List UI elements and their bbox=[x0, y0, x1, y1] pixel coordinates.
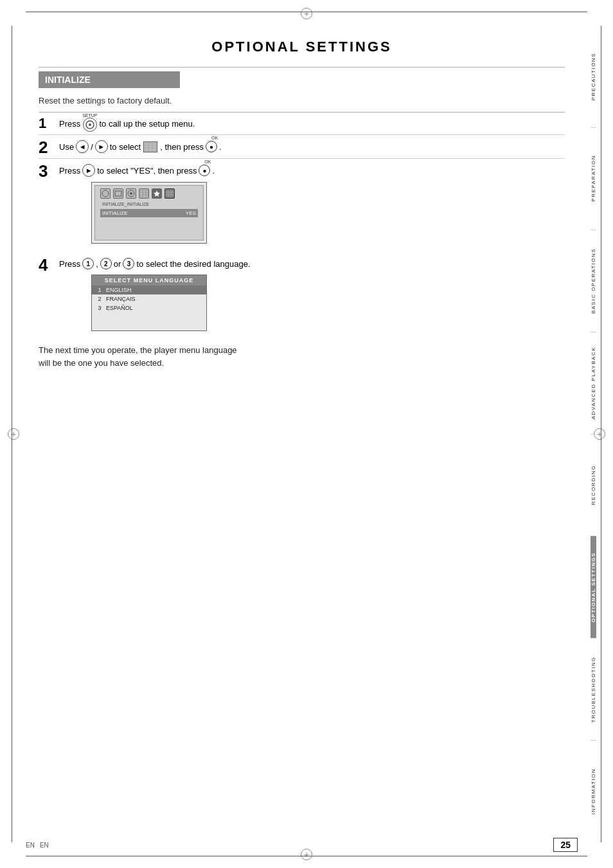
screen-initialize-label: INITIALIZE bbox=[102, 210, 128, 216]
num-button-3: 3 bbox=[123, 258, 134, 269]
step-1-press-label: Press bbox=[59, 119, 83, 129]
lang-menu-empty bbox=[92, 312, 206, 330]
step-4-content: Press 1 , 2 or 3 to select the desired l… bbox=[59, 257, 565, 336]
menu-icon bbox=[143, 141, 157, 152]
svg-point-1 bbox=[89, 123, 91, 126]
screen-icons-row bbox=[100, 188, 198, 199]
step-4-text: Press 1 , 2 or 3 to select the desired l… bbox=[59, 258, 565, 269]
svg-rect-8 bbox=[115, 191, 121, 196]
screen-empty-space bbox=[100, 218, 198, 237]
step-2-content: Use ◄ / ► to select , then press bbox=[59, 139, 565, 153]
lang-item-3: 3 ESPAÑOL bbox=[92, 303, 206, 312]
step-4-or: or bbox=[114, 259, 121, 269]
setup-button-icon: SETUP bbox=[83, 118, 97, 132]
lang-num-1: 1 bbox=[96, 287, 103, 293]
ok-circle-step2: ● bbox=[206, 141, 217, 152]
screen-icon-1 bbox=[100, 188, 111, 199]
right-sidebar: PRECAUTIONS PREPARATION BASIC OPERATIONS… bbox=[586, 26, 600, 842]
footer-language: EN EN bbox=[26, 842, 49, 849]
main-content: OPTIONAL SETTINGS INITIALIZE Reset the s… bbox=[26, 26, 578, 842]
step-2-text: Use ◄ / ► to select , then press bbox=[59, 140, 565, 153]
sidebar-item-basic-operations[interactable]: BASIC OPERATIONS bbox=[591, 230, 596, 332]
num-button-1: 1 bbox=[82, 258, 94, 269]
sidebar-item-troubleshooting[interactable]: TROUBLESHOOTING bbox=[591, 638, 596, 741]
ok-circle-step3: ● bbox=[199, 165, 210, 176]
step-2-then-press: , then press bbox=[160, 142, 204, 152]
lang-label-2: FRANÇAIS bbox=[106, 296, 136, 302]
step-2-use: Use bbox=[59, 142, 74, 152]
step-3-period: . bbox=[212, 166, 215, 176]
step-3: 3 Press ► to select "YES", then press OK… bbox=[39, 163, 565, 251]
step-2-slash: / bbox=[91, 142, 93, 152]
screen-icon-5 bbox=[152, 188, 162, 199]
page-footer: EN EN 25 bbox=[26, 838, 578, 852]
svg-rect-2 bbox=[145, 143, 156, 151]
step-4-comma: , bbox=[96, 259, 98, 269]
step-3-number: 3 bbox=[39, 163, 57, 179]
step-4-number: 4 bbox=[39, 257, 57, 273]
step-1: 1 Press SETUP to call up the setup menu. bbox=[39, 116, 565, 135]
page-border-left bbox=[12, 26, 12, 842]
lang-num-2: 2 bbox=[96, 296, 103, 302]
screen-inner: INITIALIZE_INITIALIZE INITIALIZE YES bbox=[94, 185, 204, 240]
page-border-bottom bbox=[26, 856, 587, 856]
step-2-to-select: to select bbox=[110, 142, 141, 152]
screen-icon-2 bbox=[113, 188, 123, 199]
sidebar-item-optional-settings[interactable]: OPTIONAL SETTINGS bbox=[591, 536, 596, 638]
svg-marker-16 bbox=[154, 190, 160, 197]
arrow-right-button: ► bbox=[95, 140, 108, 153]
step-4-end-text: to select the desired language. bbox=[136, 259, 250, 269]
lang-item-1: 1 ENGLISH bbox=[92, 285, 206, 294]
svg-point-7 bbox=[102, 190, 109, 197]
sidebar-item-recording[interactable]: RECORDING bbox=[591, 435, 596, 537]
step-3-text: Press ► to select "YES", then press OK ●… bbox=[59, 164, 565, 177]
step-3-content: Press ► to select "YES", then press OK ●… bbox=[59, 163, 565, 249]
section-title: INITIALIZE bbox=[45, 75, 91, 85]
step-2-number: 2 bbox=[39, 139, 57, 156]
page-title: OPTIONAL SETTINGS bbox=[39, 39, 565, 55]
footer-lang-2: EN bbox=[40, 842, 49, 849]
step1-divider-top bbox=[39, 112, 565, 113]
num-button-2: 2 bbox=[100, 258, 112, 269]
step-2-period: . bbox=[219, 142, 222, 152]
footer-note: The next time you operate, the player me… bbox=[39, 344, 565, 369]
screen-initialize-row: INITIALIZE YES bbox=[100, 209, 198, 217]
step-1-text-after: to call up the setup menu. bbox=[99, 119, 195, 129]
footer-lang-1: EN bbox=[26, 842, 35, 849]
screen-menu-label: INITIALIZE_INITIALIZE bbox=[100, 201, 198, 208]
sidebar-item-precautions[interactable]: PRECAUTIONS bbox=[591, 26, 596, 128]
page-number: 25 bbox=[560, 840, 571, 850]
screen-yes-value: YES bbox=[186, 210, 196, 216]
ok-button-step3: OK ● bbox=[198, 165, 211, 176]
arrow-left-button: ◄ bbox=[76, 140, 89, 153]
sidebar-item-advanced-playback[interactable]: ADVANCED PLAYBACK bbox=[591, 332, 596, 435]
title-divider bbox=[39, 67, 565, 68]
page-border-top bbox=[26, 12, 587, 12]
step-4: 4 Press 1 , 2 or 3 to select the desired… bbox=[39, 257, 565, 339]
section-header: INITIALIZE bbox=[39, 71, 180, 88]
step-3-arrow-right: ► bbox=[82, 164, 95, 177]
screen-icon-4 bbox=[139, 188, 149, 199]
reg-mark-top bbox=[301, 8, 312, 19]
footer-text-line1: The next time you operate, the player me… bbox=[39, 345, 237, 355]
ok-button-step2: OK ● bbox=[205, 141, 218, 152]
step-2: 2 Use ◄ / ► to select bbox=[39, 139, 565, 159]
page-number-box: 25 bbox=[553, 838, 578, 852]
step-4-press: Press bbox=[59, 259, 80, 269]
screen-icon-6 bbox=[164, 188, 175, 199]
step-3-press: Press bbox=[59, 166, 80, 176]
lang-item-2: 2 FRANÇAIS bbox=[92, 294, 206, 303]
reg-mark-left bbox=[8, 428, 19, 440]
step-1-number: 1 bbox=[39, 116, 57, 131]
language-menu-mockup: SELECT MENU LANGUAGE 1 ENGLISH 2 FRANÇAI… bbox=[91, 275, 207, 331]
svg-point-10 bbox=[130, 192, 132, 195]
lang-label-1: ENGLISH bbox=[106, 287, 132, 293]
lang-label-3: ESPAÑOL bbox=[106, 305, 133, 311]
step-3-middle-text: to select "YES", then press bbox=[97, 166, 197, 176]
sidebar-item-preparation[interactable]: PREPARATION bbox=[591, 128, 596, 230]
lang-menu-title: SELECT MENU LANGUAGE bbox=[92, 275, 206, 285]
lang-num-3: 3 bbox=[96, 305, 103, 311]
sidebar-item-information[interactable]: INFORMATION bbox=[591, 741, 596, 842]
screen-icon-3 bbox=[126, 188, 136, 199]
svg-rect-11 bbox=[140, 190, 148, 197]
